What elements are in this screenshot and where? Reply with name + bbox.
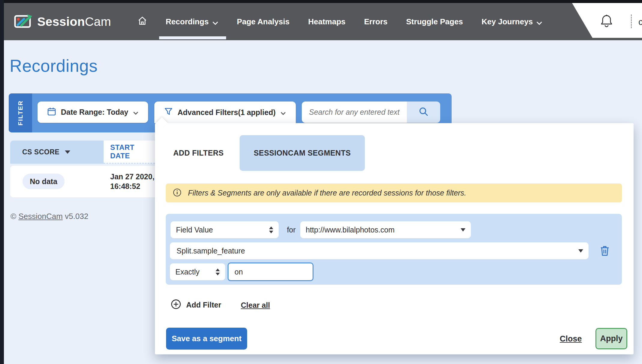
add-filter-button[interactable]: Add Filter bbox=[171, 299, 221, 311]
funnel-icon bbox=[164, 107, 173, 117]
nav-home[interactable] bbox=[138, 16, 147, 27]
trash-icon bbox=[600, 245, 610, 257]
brand-name: SessionCam bbox=[37, 15, 111, 29]
sessioncam-logo-icon bbox=[14, 13, 33, 30]
calendar-icon bbox=[47, 107, 56, 118]
nav-active-indicator bbox=[159, 36, 226, 39]
select-stepper-icon bbox=[269, 226, 273, 233]
nav-errors[interactable]: Errors bbox=[364, 17, 387, 26]
user-area-wedge: c bbox=[572, 3, 642, 38]
tab-add-filters[interactable]: ADD FILTERS bbox=[162, 135, 235, 171]
advanced-filters-panel: ADD FILTERS SESSIONCAM SEGMENTS Filters … bbox=[155, 123, 634, 354]
dropdown-arrow-icon bbox=[578, 249, 583, 253]
table-row[interactable]: No data Jan 27 2020, 16:48:52 bbox=[10, 166, 155, 197]
app-window: SessionCam Recordings bbox=[0, 0, 642, 364]
search-input[interactable] bbox=[302, 102, 407, 123]
plus-circle-icon bbox=[171, 299, 181, 311]
info-banner: Filters & Segments are only available if… bbox=[166, 184, 622, 202]
select-stepper-icon bbox=[216, 268, 220, 275]
search-icon bbox=[419, 107, 429, 118]
filter-value-input[interactable] bbox=[228, 262, 313, 281]
footer-brand-link[interactable]: SessionCam bbox=[18, 212, 62, 221]
notifications-bell-icon[interactable] bbox=[601, 14, 612, 29]
save-segment-button[interactable]: Save as a segment bbox=[166, 328, 247, 350]
site-select[interactable]: http://www.bilalphotos.com bbox=[300, 221, 471, 238]
advanced-filters-label: Advanced Filters(1 applied) bbox=[177, 108, 275, 117]
start-date-cell: Jan 27 2020, 16:48:52 bbox=[110, 172, 154, 191]
home-icon bbox=[138, 16, 147, 27]
nav-heatmaps[interactable]: Heatmaps bbox=[308, 17, 345, 26]
chevron-down-icon bbox=[536, 18, 542, 27]
operator-select[interactable]: Exactly bbox=[170, 263, 225, 280]
delete-filter-button[interactable] bbox=[598, 244, 612, 258]
clear-all-link[interactable]: Clear all bbox=[241, 301, 270, 310]
chevron-down-icon bbox=[133, 108, 138, 117]
cs-score-badge: No data bbox=[23, 174, 65, 189]
top-nav: SessionCam Recordings bbox=[0, 3, 642, 40]
column-header-start-date[interactable]: START DATE bbox=[104, 141, 155, 164]
banner-text: Filters & Segments are only available if… bbox=[188, 189, 466, 197]
page-title: Recordings bbox=[10, 56, 98, 76]
sort-desc-icon bbox=[65, 150, 70, 154]
close-link[interactable]: Close bbox=[560, 334, 582, 344]
chevron-down-icon bbox=[212, 18, 218, 27]
dropdown-arrow-icon bbox=[461, 228, 465, 232]
field-type-select[interactable]: Field Value bbox=[171, 221, 279, 238]
filter-bar-tab[interactable]: FILTER bbox=[9, 93, 32, 132]
chevron-down-icon bbox=[280, 108, 286, 117]
date-range-label: Date Range: Today bbox=[61, 108, 129, 117]
field-select[interactable]: Split.sample_feature bbox=[170, 242, 589, 259]
search-button[interactable] bbox=[407, 102, 440, 123]
tab-sessioncam-segments[interactable]: SESSIONCAM SEGMENTS bbox=[240, 135, 365, 171]
nav-struggle-pages[interactable]: Struggle Pages bbox=[406, 17, 463, 26]
user-menu-text[interactable]: c bbox=[638, 17, 642, 27]
for-label: for bbox=[285, 221, 298, 238]
nav-page-analysis[interactable]: Page Analysis bbox=[237, 17, 289, 26]
nav-key-journeys[interactable]: Key Journeys bbox=[482, 17, 543, 27]
divider bbox=[631, 14, 632, 28]
info-icon bbox=[173, 188, 181, 198]
nav-recordings[interactable]: Recordings bbox=[166, 17, 218, 27]
advanced-filters-button[interactable]: Advanced Filters(1 applied) bbox=[154, 102, 296, 123]
sessioncam-logo[interactable]: SessionCam bbox=[14, 13, 111, 30]
filter-group: Field Value for http://www.bilalphotos.c… bbox=[166, 214, 622, 285]
nav-recordings-label: Recordings bbox=[166, 17, 209, 26]
apply-button[interactable]: Apply bbox=[595, 328, 627, 349]
column-header-cs-score[interactable]: CS SCORE bbox=[10, 141, 104, 164]
window-top-edge bbox=[0, 0, 642, 3]
footer: © SessionCam v5.032 bbox=[11, 212, 88, 221]
date-range-button[interactable]: Date Range: Today bbox=[38, 102, 148, 123]
window-left-edge bbox=[0, 0, 4, 364]
